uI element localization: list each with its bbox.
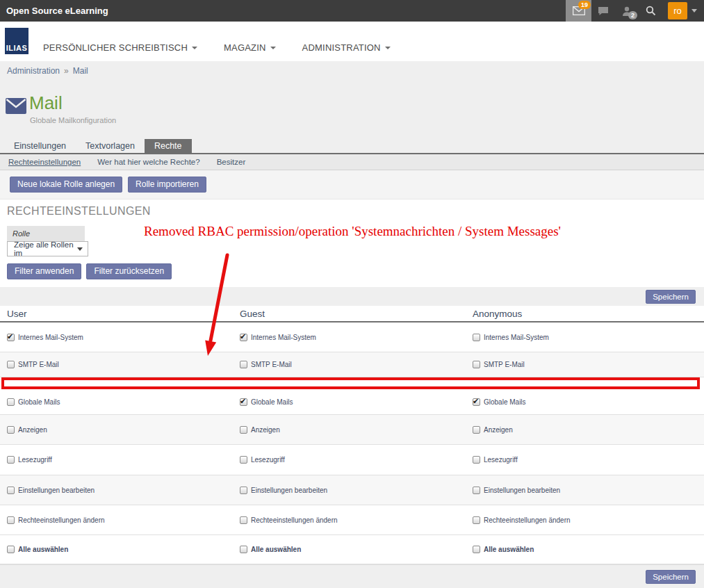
checkbox-guest-einstellungen-bearbeiten[interactable] — [240, 487, 247, 494]
page: Open Source eLearning 19 2 — [0, 0, 704, 588]
breadcrumb-administration[interactable]: Administration — [7, 66, 60, 76]
checkbox-guest-lesezugriff[interactable] — [240, 456, 247, 464]
checkbox-anonymous-internes-mail-system[interactable] — [473, 334, 480, 341]
account-button[interactable]: ro — [668, 2, 687, 19]
save-button-top[interactable]: Speichern — [646, 290, 696, 304]
ilias-logo[interactable]: ILIAS — [5, 28, 28, 54]
checkbox-user-internes-mail-system[interactable] — [7, 334, 15, 341]
chat-button[interactable] — [591, 0, 615, 22]
permission-label: Internes Mail-System — [484, 334, 549, 341]
tab-einstellungen[interactable]: Einstellungen — [4, 138, 76, 153]
table-row: Anzeigen Anzeigen Anzeigen — [0, 415, 704, 445]
checkbox-guest-rechteeinstellungen-aendern[interactable] — [240, 516, 247, 524]
permission-label: Alle auswählen — [484, 546, 534, 553]
permission-label: Internes Mail-System — [18, 334, 83, 341]
checkbox-anonymous-globale-mails[interactable] — [473, 398, 480, 406]
permission-label: Einstellungen bearbeiten — [18, 487, 95, 494]
table-row: Lesezugriff Lesezugriff Lesezugriff — [0, 445, 704, 475]
search-icon — [646, 6, 656, 16]
permission-label: Globale Mails — [18, 398, 60, 406]
checkbox-anonymous-lesezugriff[interactable] — [473, 456, 480, 464]
mail-button[interactable]: 19 — [566, 0, 591, 22]
permission-cell: Lesezugriff — [7, 456, 240, 464]
checkbox-user-smtp-email[interactable] — [7, 361, 15, 368]
annotation-text: Removed RBAC permission/operation 'Syste… — [144, 224, 561, 239]
subtab-wer-hat-rechte[interactable]: Wer hat hier welche Rechte? — [97, 158, 199, 166]
page-title: Mail — [29, 92, 63, 114]
checkbox-guest-internes-mail-system[interactable] — [240, 334, 247, 341]
permission-cell: Lesezugriff — [240, 456, 473, 464]
column-header-user: User — [7, 309, 240, 319]
role-filter-select[interactable]: Zeige alle Rollen im — [7, 241, 88, 256]
breadcrumb-mail[interactable]: Mail — [73, 66, 88, 76]
column-header-anonymous: Anonymous — [473, 309, 704, 319]
subtab-bar: Rechteeinstellungen Wer hat hier welche … — [0, 154, 704, 170]
nav-item-administration[interactable]: ADMINISTRATION — [302, 42, 391, 53]
checkbox-user-lesezugriff[interactable] — [7, 456, 15, 464]
section-heading: RECHTEEINSTELLUNGEN — [7, 205, 697, 218]
checkbox-guest-smtp-email[interactable] — [240, 361, 247, 368]
permission-cell: Anzeigen — [7, 426, 240, 434]
permission-cell: SMTP E-Mail — [240, 361, 473, 368]
checkbox-user-einstellungen-bearbeiten[interactable] — [7, 487, 15, 494]
permission-cell: Anzeigen — [240, 426, 473, 434]
role-filter-select-value: Zeige alle Rollen im — [14, 240, 77, 257]
subtab-rechteeinstellungen[interactable]: Rechteeinstellungen — [8, 158, 81, 166]
checkbox-guest-alle-auswaehlen[interactable] — [240, 546, 247, 553]
contacts-button[interactable]: 2 — [615, 0, 639, 22]
checkbox-anonymous-rechteeinstellungen-aendern[interactable] — [473, 516, 480, 524]
checkbox-user-anzeigen[interactable] — [7, 426, 15, 434]
reset-filter-button[interactable]: Filter zurücksetzen — [86, 263, 172, 279]
subtab-besitzer[interactable]: Besitzer — [217, 158, 246, 166]
permission-label: Lesezugriff — [484, 456, 518, 464]
topbar: Open Source eLearning 19 2 — [0, 0, 704, 22]
permission-label: Anzeigen — [18, 426, 47, 434]
tab-textvorlagen[interactable]: Textvorlagen — [76, 138, 145, 153]
new-local-role-button[interactable]: Neue lokale Rolle anlegen — [10, 177, 122, 193]
checkbox-user-rechteeinstellungen-aendern[interactable] — [7, 516, 15, 524]
tab-rechte[interactable]: Rechte — [145, 138, 192, 153]
nav-item-schreibtisch[interactable]: PERSÖNLICHER SCHREIBTISCH — [43, 42, 197, 53]
checkbox-anonymous-smtp-email[interactable] — [473, 361, 480, 368]
permission-cell: SMTP E-Mail — [7, 361, 240, 368]
permission-label: Einstellungen bearbeiten — [251, 487, 327, 494]
permission-label: Rechteeinstellungen ändern — [251, 516, 338, 524]
checkbox-anonymous-einstellungen-bearbeiten[interactable] — [473, 487, 480, 494]
permission-label: SMTP E-Mail — [251, 361, 292, 368]
mail-object-icon — [6, 98, 26, 114]
table-row: Globale Mails Globale Mails Globale Mail… — [0, 389, 704, 415]
tab-bar: Einstellungen Textvorlagen Rechte — [0, 139, 704, 154]
permission-cell: Rechteeinstellungen ändern — [7, 516, 240, 524]
permission-cell: Alle auswählen — [240, 546, 473, 553]
permission-label: SMTP E-Mail — [18, 361, 59, 368]
checkbox-guest-globale-mails[interactable] — [240, 398, 247, 406]
save-button-bottom[interactable]: Speichern — [646, 570, 696, 584]
table-toolbar-bottom: Speichern — [0, 564, 704, 588]
permission-cell: Internes Mail-System — [7, 334, 240, 341]
apply-filter-button[interactable]: Filter anwenden — [7, 263, 81, 279]
page-subtitle: Globale Mailkonfiguration — [30, 116, 116, 124]
checkbox-guest-anzeigen[interactable] — [240, 426, 247, 434]
column-header-guest: Guest — [240, 309, 473, 319]
page-header: Mail Globale Mailkonfiguration — [0, 81, 704, 139]
nav-item-magazin[interactable]: MAGAZIN — [224, 42, 276, 53]
table-toolbar-top: Speichern — [0, 287, 704, 306]
topbar-actions: 19 2 ro — [566, 0, 704, 22]
account-dropdown-caret-icon[interactable] — [691, 9, 697, 13]
permission-label: Rechteeinstellungen ändern — [484, 516, 571, 524]
permission-cell: Globale Mails — [240, 398, 473, 406]
import-role-button[interactable]: Rolle importieren — [128, 177, 206, 193]
checkbox-user-alle-auswaehlen[interactable] — [7, 546, 15, 553]
search-button[interactable] — [639, 0, 662, 22]
permission-cell: Alle auswählen — [473, 546, 704, 553]
filter-buttons: Filter anwenden Filter zurücksetzen — [7, 263, 697, 279]
permission-cell: Anzeigen — [473, 426, 704, 434]
table-row: SMTP E-Mail SMTP E-Mail SMTP E-Mail — [0, 352, 704, 377]
checkbox-anonymous-anzeigen[interactable] — [473, 426, 480, 434]
permission-label: Alle auswählen — [251, 546, 301, 553]
permission-label: SMTP E-Mail — [484, 361, 525, 368]
permission-label: Globale Mails — [251, 398, 293, 406]
permission-label: Lesezugriff — [18, 456, 52, 464]
checkbox-user-globale-mails[interactable] — [7, 398, 15, 406]
checkbox-anonymous-alle-auswaehlen[interactable] — [473, 546, 480, 553]
